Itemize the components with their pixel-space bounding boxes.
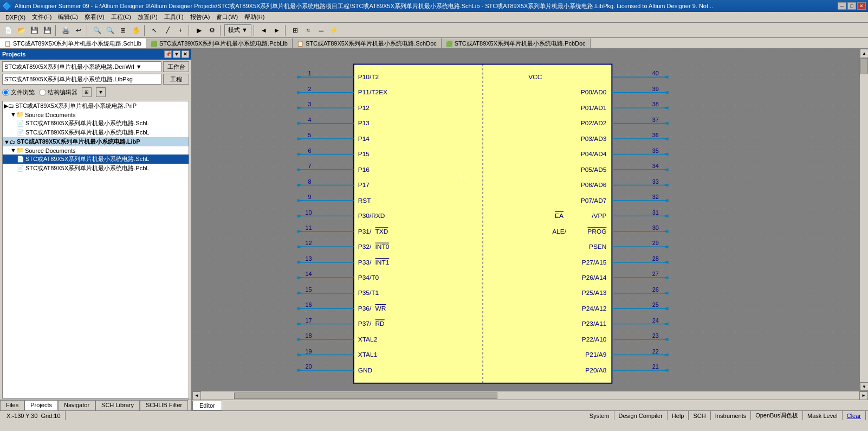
pcblib-tab-label: STC或AT89X5X系列单片机最小系统电路.PcbLib [159,40,288,48]
project-dropdown[interactable]: STC或AT89X5X系列单片机最小系统电路.LibPkg [2,74,161,85]
tb-net[interactable]: ≈ [302,24,314,36]
tb-nav-prev[interactable]: ◄ [258,24,270,36]
filter-btn-1[interactable]: ⊞ [82,87,92,97]
workspace-dropdown[interactable]: STC或AT89X5X系列单片机最小系统电路.DenWrl ▼ [2,61,161,72]
file-view-radio-label[interactable]: 文件浏览 [2,88,35,97]
scroll-left-button[interactable]: ◄ [192,391,201,400]
menu-report[interactable]: 报告(A) [187,12,213,22]
svg-text:2: 2 [308,86,311,92]
tab-projects[interactable]: Projects [24,400,58,410]
mode-dropdown[interactable]: 模式 ▼ [224,24,251,36]
doc-tab-schdoc[interactable]: 📋 STC或AT89X5X系列单片机最小系统电路.SchDoc [293,38,442,49]
tb-wire[interactable]: ╱ [161,24,173,36]
scroll-right-button[interactable]: ► [859,391,868,400]
h-scroll-thumb[interactable] [234,393,497,399]
menu-file[interactable]: 文件(F) [29,12,55,22]
tb-compile[interactable]: ▶ [193,24,205,36]
tb-zoom-in[interactable]: 🔍 [91,24,103,36]
tab-navigator[interactable]: Navigator [58,400,95,410]
tb-misc[interactable]: ⚡ [328,24,340,36]
menu-edit[interactable]: 编辑(E) [55,12,81,22]
svg-text:PSEN: PSEN [589,243,606,250]
tb-fit[interactable]: ⊞ [117,24,129,36]
sep3 [144,25,146,36]
canvas-scroll-area[interactable]: 1 2 3 4 5 6 7 8 9 10 11 12 13 14 15 16 1 [192,49,859,391]
tree-item-project1[interactable]: ▶🗂 STC或AT89X5X系列单片机最小系统电路.PriP [3,101,189,111]
doc-tab-schlib[interactable]: 📋 STC或AT89X5X系列单片机最小系统电路.SchLib [0,38,146,49]
tree-folder-source2[interactable]: ▼📁 Source Documents [3,146,189,155]
menubar: DXP(X) 文件(F) 编辑(E) 察看(V) 工程(C) 放置(P) 工具(… [0,12,868,23]
system-status[interactable]: System [585,411,614,420]
filter-btn-2[interactable]: ▼ [96,87,106,97]
menu-window[interactable]: 窗口(W) [213,12,241,22]
instruments-status[interactable]: Instruments [711,411,751,420]
close-button[interactable]: ✕ [857,2,866,10]
tb-zoom-out[interactable]: 🔍 [104,24,116,36]
tree-file-schl1[interactable]: 📄 STC或AT89X5X系列单片机最小系统电路.SchL [3,119,189,128]
editor-tab[interactable]: Editor [192,401,222,410]
tree-file-pcbl1[interactable]: 📄 STC或AT89X5X系列单片机最小系统电路.PcbL [3,128,189,137]
vertical-scrollbar[interactable]: ▲ ▼ [859,49,868,391]
h-scroll-track[interactable] [201,392,859,400]
tree-item-project2[interactable]: ▼🗂 STC或AT89X5X系列单片机最小系统电路.LibP [3,137,189,146]
tree-file-schl2-selected[interactable]: 📄 STC或AT89X5X系列单片机最小系统电路.SchL [3,155,189,164]
system-label: System [590,413,610,419]
tb-build[interactable]: ⚙ [206,24,218,36]
tree-folder-source2-icon: ▼📁 [10,147,24,154]
svg-text:P05/AD5: P05/AD5 [581,166,607,173]
tab-files[interactable]: Files [0,400,24,410]
menu-tools[interactable]: 工具(T) [161,12,187,22]
sch-status[interactable]: SCH [689,411,710,420]
clear-section[interactable]: Clear [843,411,866,420]
scroll-thumb[interactable] [860,58,868,74]
panel-close-button[interactable]: ✕ [182,50,189,58]
tree-file-schl1-label: STC或AT89X5X系列单片机最小系统电路.SchL [25,119,149,127]
tb-pan[interactable]: ✋ [130,24,142,36]
bottom-panel-tabs: Files Projects Navigator SCH Library SCH… [0,400,191,410]
panel-pin-button[interactable]: 📌 [164,50,172,58]
minimize-button[interactable]: ─ [838,2,846,10]
doc-tab-pcbdoc[interactable]: 🟩 STC或AT89X5X系列单片机最小系统电路.PcbDoc [442,38,591,49]
help-status[interactable]: Help [668,411,689,420]
menu-view[interactable]: 察看(V) [81,12,108,22]
tb-open[interactable]: 📂 [15,24,27,36]
tb-select[interactable]: ↖ [148,24,160,36]
design-compiler-status[interactable]: Design Compiler [614,411,668,420]
tb-nav-next[interactable]: ► [271,24,283,36]
project-button[interactable]: 工程 [163,74,189,85]
restore-button[interactable]: □ [847,2,856,10]
menu-project[interactable]: 工程(C) [108,12,134,22]
tb-grid[interactable]: ⊞ [289,24,301,36]
schematic-svg[interactable]: 1 2 3 4 5 6 7 8 9 10 11 12 13 14 15 16 1 [192,49,859,391]
structure-view-radio[interactable] [39,89,46,96]
workspace-dropdown-label: STC或AT89X5X系列单片机最小系统电路.DenWrl ▼ [4,63,142,71]
structure-view-radio-label[interactable]: 结构编辑器 [39,88,77,97]
tree-file-pcbl2[interactable]: 📄 STC或AT89X5X系列单片机最小系统电路.PcbL [3,164,189,173]
horizontal-scrollbar[interactable]: ◄ ► [192,391,868,400]
tb-place[interactable]: + [174,24,186,36]
scroll-up-button[interactable]: ▲ [860,49,868,57]
tb-save[interactable]: 💾 [28,24,40,36]
menu-place[interactable]: 放置(P) [134,12,161,22]
workspace-button[interactable]: 工作台 [163,61,189,72]
file-view-radio[interactable] [2,89,9,96]
tb-save-all[interactable]: 💾 [41,24,53,36]
view-mode-radios: 文件浏览 结构编辑器 ⊞ ▼ [2,86,189,98]
tb-bus[interactable]: ═ [315,24,327,36]
design-compiler-label: Design Compiler [619,413,663,419]
tab-schlib-filter[interactable]: SCHLIB Filter [140,400,188,410]
menu-help[interactable]: 帮助(H) [241,12,268,22]
tb-undo[interactable]: ↩ [73,24,85,36]
scroll-down-button[interactable]: ▼ [860,382,868,391]
tab-sch-library[interactable]: SCH Library [95,400,140,410]
tree-folder-source1[interactable]: ▼📁 Source Documents [3,111,189,119]
tb-print[interactable]: 🖨️ [60,24,72,36]
doc-tab-pcblib[interactable]: 🟩 STC或AT89X5X系列单片机最小系统电路.PcbLib [146,38,293,49]
scroll-track[interactable] [860,57,868,382]
clear-button[interactable]: Clear [847,413,861,419]
pcbdoc-tab-label: STC或AT89X5X系列单片机最小系统电路.PcbDoc [455,40,586,48]
menu-dxp[interactable]: DXP(X) [2,13,29,22]
openbus-status[interactable]: OpenBus调色板 [751,411,803,420]
tb-new[interactable]: 📄 [2,24,14,36]
panel-menu-button[interactable]: ▼ [173,50,180,58]
